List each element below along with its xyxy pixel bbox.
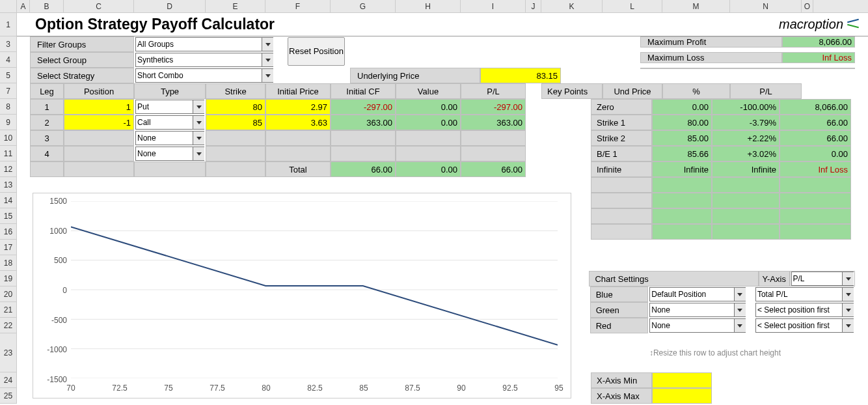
red-series-wrap[interactable] bbox=[754, 318, 855, 333]
leg-position[interactable]: -1 bbox=[64, 115, 134, 130]
col-f[interactable]: F bbox=[265, 0, 331, 12]
blue-select[interactable] bbox=[649, 287, 745, 301]
leg-strike[interactable]: 80 bbox=[206, 99, 265, 115]
y-tick: -1500 bbox=[37, 375, 67, 384]
y-tick: 500 bbox=[37, 256, 67, 265]
row-24[interactable]: 24 bbox=[0, 372, 17, 388]
row-20[interactable]: 20 bbox=[0, 286, 17, 302]
col-i[interactable]: I bbox=[461, 0, 526, 12]
filter-groups-select-wrap[interactable] bbox=[134, 36, 275, 52]
green-select[interactable] bbox=[649, 303, 745, 317]
col-e[interactable]: E bbox=[206, 0, 265, 12]
blue-series-select[interactable] bbox=[755, 287, 854, 301]
red-select[interactable] bbox=[649, 318, 745, 333]
xmax-value[interactable] bbox=[652, 388, 712, 404]
green-series-select[interactable] bbox=[755, 303, 854, 317]
row-21[interactable]: 21 bbox=[0, 302, 17, 318]
totals-pl: 66.00 bbox=[461, 161, 526, 177]
row-3[interactable]: 3 bbox=[0, 36, 17, 52]
row-10[interactable]: 10 bbox=[0, 130, 17, 146]
kp-pl: 66.00 bbox=[780, 115, 851, 130]
leg-type-wrap[interactable] bbox=[134, 146, 206, 161]
filter-groups-select[interactable] bbox=[135, 37, 273, 51]
leg-number: 4 bbox=[30, 146, 64, 161]
col-d[interactable]: D bbox=[134, 0, 206, 12]
leg-type-select[interactable] bbox=[135, 100, 204, 114]
reset-position-button[interactable]: Reset Position bbox=[288, 37, 345, 66]
row-15[interactable]: 15 bbox=[0, 208, 17, 224]
yaxis-select[interactable] bbox=[791, 272, 854, 286]
row-11[interactable]: 11 bbox=[0, 146, 17, 161]
x-tick: 72.5 bbox=[112, 384, 127, 393]
chart-svg bbox=[71, 201, 558, 378]
green-series-wrap[interactable] bbox=[754, 302, 855, 318]
leg-position[interactable] bbox=[64, 130, 134, 146]
leg-position[interactable] bbox=[64, 146, 134, 161]
select-strategy-select[interactable] bbox=[135, 68, 273, 83]
row-14[interactable]: 14 bbox=[0, 193, 17, 208]
blue-select-wrap[interactable] bbox=[648, 286, 746, 302]
leg-type-select[interactable] bbox=[135, 147, 204, 161]
legs-hdr-initcf: Initial CF bbox=[331, 83, 396, 99]
row-4[interactable]: 4 bbox=[0, 52, 17, 68]
leg-strike[interactable] bbox=[206, 146, 265, 161]
col-n[interactable]: N bbox=[730, 0, 802, 12]
totals-value: 0.00 bbox=[396, 161, 461, 177]
leg-init-cf: -297.00 bbox=[331, 99, 396, 115]
leg-init-price[interactable] bbox=[265, 146, 331, 161]
red-series-select[interactable] bbox=[755, 318, 854, 333]
select-group-select[interactable] bbox=[135, 53, 273, 67]
row-25[interactable]: 25 bbox=[0, 388, 17, 404]
select-group-wrap[interactable] bbox=[134, 52, 275, 68]
leg-value: 0.00 bbox=[396, 115, 461, 130]
col-k[interactable]: K bbox=[541, 0, 603, 12]
leg-init-price[interactable]: 2.97 bbox=[265, 99, 331, 115]
row-1[interactable]: 1 bbox=[0, 13, 17, 36]
row-9[interactable]: 9 bbox=[0, 115, 17, 130]
row-22[interactable]: 22 bbox=[0, 318, 17, 333]
col-c[interactable]: C bbox=[64, 0, 134, 12]
row-18[interactable]: 18 bbox=[0, 255, 17, 271]
leg-strike[interactable] bbox=[206, 130, 265, 146]
col-j[interactable]: J bbox=[526, 0, 541, 12]
blue-series-wrap[interactable] bbox=[754, 286, 855, 302]
col-g[interactable]: G bbox=[331, 0, 396, 12]
row-17[interactable]: 17 bbox=[0, 240, 17, 255]
leg-type-wrap[interactable] bbox=[134, 99, 206, 115]
select-strategy-wrap[interactable] bbox=[134, 68, 275, 83]
col-l[interactable]: L bbox=[603, 0, 662, 12]
payoff-chart: -1500-1000-500050010001500 7072.57577.58… bbox=[33, 193, 571, 398]
leg-strike[interactable]: 85 bbox=[206, 115, 265, 130]
row-16[interactable]: 16 bbox=[0, 224, 17, 240]
leg-pl: -297.00 bbox=[461, 99, 526, 115]
underlying-value[interactable]: 83.15 bbox=[480, 68, 561, 83]
leg-init-price[interactable]: 3.63 bbox=[265, 115, 331, 130]
yaxis-select-wrap[interactable] bbox=[790, 271, 855, 286]
row-7[interactable]: 7 bbox=[0, 83, 17, 99]
leg-type-wrap[interactable] bbox=[134, 115, 206, 130]
row-12[interactable]: 12 bbox=[0, 161, 17, 177]
col-o[interactable]: O bbox=[802, 0, 813, 12]
leg-type-select[interactable] bbox=[135, 131, 204, 145]
row-8[interactable]: 8 bbox=[0, 99, 17, 115]
leg-position[interactable]: 1 bbox=[64, 99, 134, 115]
row-5[interactable]: 5 bbox=[0, 68, 17, 83]
red-select-wrap[interactable] bbox=[648, 318, 746, 333]
col-b[interactable]: B bbox=[30, 0, 64, 12]
col-h[interactable]: H bbox=[396, 0, 461, 12]
row-23[interactable]: 23 bbox=[0, 333, 17, 372]
leg-type-select[interactable] bbox=[135, 115, 204, 130]
kp-und: 0.00 bbox=[652, 99, 712, 115]
y-tick: -500 bbox=[37, 316, 67, 325]
col-m[interactable]: M bbox=[662, 0, 730, 12]
kp-und: 85.00 bbox=[652, 130, 712, 146]
kp-und: 85.66 bbox=[652, 146, 712, 161]
col-a[interactable]: A bbox=[17, 0, 30, 12]
row-19[interactable]: 19 bbox=[0, 271, 17, 286]
leg-init-price[interactable] bbox=[265, 130, 331, 146]
row-13[interactable]: 13 bbox=[0, 177, 17, 193]
green-select-wrap[interactable] bbox=[648, 302, 746, 318]
leg-type-wrap[interactable] bbox=[134, 130, 206, 146]
xmin-value[interactable] bbox=[652, 372, 712, 388]
totals-initcf: 66.00 bbox=[331, 161, 396, 177]
